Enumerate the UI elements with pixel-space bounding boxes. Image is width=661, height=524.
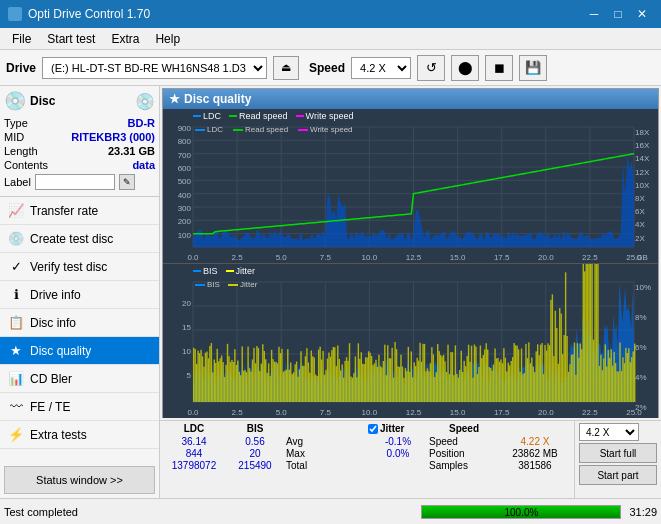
- upper-chart: LDC Read speed Write speed: [163, 109, 658, 264]
- position-label: Position: [429, 448, 499, 459]
- read-legend-dot: [229, 115, 237, 117]
- sidebar-item-fe-te[interactable]: 〰 FE / TE: [0, 393, 159, 421]
- time-display: 31:29: [629, 506, 657, 518]
- disc-length-label: Length: [4, 145, 38, 157]
- stats-speed-select[interactable]: 4.2 X 2X 4X 6X: [579, 423, 639, 441]
- drive-select[interactable]: (E:) HL-DT-ST BD-RE WH16NS48 1.D3: [42, 57, 267, 79]
- upper-chart-canvas: [163, 109, 658, 263]
- status-text: Test completed: [4, 506, 413, 518]
- lower-chart-legend: BIS Jitter: [193, 266, 255, 276]
- bis-header: BIS: [225, 423, 285, 434]
- sidebar-item-transfer-rate[interactable]: 📈 Transfer rate: [0, 197, 159, 225]
- write-legend-label: Write speed: [306, 111, 354, 121]
- disc-icon: 💿: [4, 90, 26, 112]
- sidebar-item-create-test[interactable]: 💿 Create test disc: [0, 225, 159, 253]
- disc-mid-row: MID RITEKBR3 (000): [4, 130, 155, 144]
- bis-legend-label: BIS: [203, 266, 218, 276]
- label-edit-button[interactable]: ✎: [119, 174, 135, 190]
- ldc-header: LDC: [164, 423, 224, 434]
- jitter-max: 0.0%: [368, 448, 428, 459]
- stop-button[interactable]: ◼: [485, 55, 513, 81]
- disc-label-input[interactable]: [35, 174, 115, 190]
- extra-tests-icon: ⚡: [8, 427, 24, 442]
- bis-max: 20: [225, 448, 285, 459]
- disc-panel-icon2: 💿: [135, 92, 155, 111]
- speed-value: 4.22 X: [500, 436, 570, 447]
- save-button[interactable]: 💾: [519, 55, 547, 81]
- disc-type-label: Type: [4, 117, 28, 129]
- refresh-button[interactable]: ↺: [417, 55, 445, 81]
- disc-type-value: BD-R: [128, 117, 156, 129]
- sidebar-item-drive-info[interactable]: ℹ Drive info: [0, 281, 159, 309]
- position-value: 23862 MB: [500, 448, 570, 459]
- start-full-button[interactable]: Start full: [579, 443, 657, 463]
- chart-title: Disc quality: [184, 92, 251, 106]
- speed-value-label: Speed: [429, 436, 499, 447]
- sidebar-item-cd-bler[interactable]: 📊 CD Bler: [0, 365, 159, 393]
- drive-label: Drive: [6, 61, 36, 75]
- jitter-checkbox[interactable]: [368, 424, 378, 434]
- chart-title-bar: ★ Disc quality: [163, 89, 658, 109]
- stats-bar: LDC BIS Jitter Speed 36.14 0.56 Avg: [160, 420, 661, 498]
- lower-chart: BIS Jitter: [163, 264, 658, 418]
- disc-length-value: 23.31 GB: [108, 145, 155, 157]
- sidebar-item-disc-info[interactable]: 📋 Disc info: [0, 309, 159, 337]
- speed-select[interactable]: 4.2 X: [351, 57, 411, 79]
- menu-file[interactable]: File: [4, 30, 39, 48]
- nav-items: 📈 Transfer rate 💿 Create test disc ✓ Ver…: [0, 197, 159, 462]
- samples-label: Samples: [429, 460, 499, 471]
- disc-quality-icon: ★: [8, 343, 24, 358]
- disc-label-row: Label ✎: [4, 172, 155, 192]
- sidebar-item-disc-quality[interactable]: ★ Disc quality: [0, 337, 159, 365]
- speed-control: 4.2 X 2X 4X 6X: [579, 423, 657, 441]
- disc-mid-value: RITEKBR3 (000): [71, 131, 155, 143]
- progress-bar: 100.0%: [421, 505, 621, 519]
- progress-text: 100.0%: [422, 506, 620, 520]
- disc-contents-label: Contents: [4, 159, 48, 171]
- menu-extra[interactable]: Extra: [103, 30, 147, 48]
- close-button[interactable]: ✕: [631, 4, 653, 24]
- drive-info-icon: ℹ: [8, 287, 24, 302]
- disc-label-label: Label: [4, 176, 31, 188]
- disc-type-row: Type BD-R: [4, 116, 155, 130]
- menu-help[interactable]: Help: [147, 30, 188, 48]
- transfer-rate-label: Transfer rate: [30, 204, 98, 218]
- drive-info-label: Drive info: [30, 288, 81, 302]
- menubar: File Start test Extra Help: [0, 28, 661, 50]
- drive-toolbar: Drive (E:) HL-DT-ST BD-RE WH16NS48 1.D3 …: [0, 50, 661, 86]
- minimize-button[interactable]: ─: [583, 4, 605, 24]
- statusbar: Test completed 100.0% 31:29: [0, 498, 661, 524]
- ldc-max: 844: [164, 448, 224, 459]
- sidebar: 💿 Disc 💿 Type BD-R MID RITEKBR3 (000) Le…: [0, 86, 160, 498]
- create-test-icon: 💿: [8, 231, 24, 246]
- ldc-legend-dot: [193, 115, 201, 117]
- speed-header: Speed: [429, 423, 499, 434]
- verify-test-icon: ✓: [8, 259, 24, 274]
- fe-te-icon: 〰: [8, 399, 24, 414]
- ldc-avg: 36.14: [164, 436, 224, 447]
- extra-tests-label: Extra tests: [30, 428, 87, 442]
- app-icon: [8, 7, 22, 21]
- menu-start-test[interactable]: Start test: [39, 30, 103, 48]
- eject-button[interactable]: ⏏: [273, 56, 299, 80]
- maximize-button[interactable]: □: [607, 4, 629, 24]
- disc-panel-title: Disc: [30, 94, 55, 108]
- disc-contents-value: data: [132, 159, 155, 171]
- content-area: ★ Disc quality LDC Read speed: [160, 86, 661, 498]
- write-legend-dot: [296, 115, 304, 117]
- speed-label: Speed: [309, 61, 345, 75]
- jitter-legend-label: Jitter: [236, 266, 256, 276]
- status-window-button[interactable]: Status window >>: [4, 466, 155, 494]
- start-part-button[interactable]: Start part: [579, 465, 657, 485]
- cd-bler-label: CD Bler: [30, 372, 72, 386]
- create-test-label: Create test disc: [30, 232, 113, 246]
- chart-title-icon: ★: [169, 92, 180, 106]
- bis-avg: 0.56: [225, 436, 285, 447]
- record-button[interactable]: ⬤: [451, 55, 479, 81]
- sidebar-item-extra-tests[interactable]: ⚡ Extra tests: [0, 421, 159, 449]
- jitter-header: Jitter: [368, 423, 428, 434]
- total-label: Total: [286, 460, 346, 471]
- disc-contents-row: Contents data: [4, 158, 155, 172]
- disc-mid-label: MID: [4, 131, 24, 143]
- sidebar-item-verify-test[interactable]: ✓ Verify test disc: [0, 253, 159, 281]
